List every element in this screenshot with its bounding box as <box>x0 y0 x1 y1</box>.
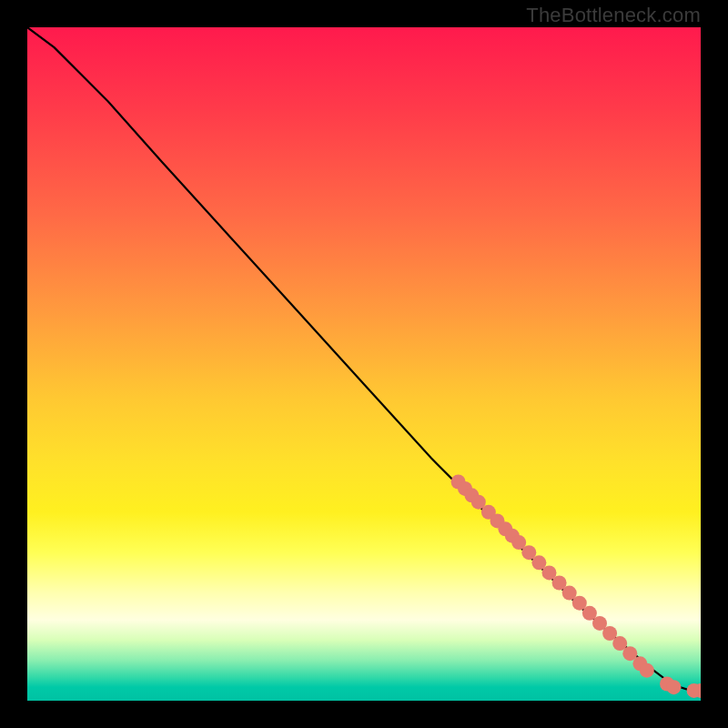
chart-curve <box>27 27 701 691</box>
chart-markers <box>451 475 701 698</box>
chart-svg-overlay <box>27 27 701 701</box>
watermark-text: TheBottleneck.com <box>526 4 701 27</box>
chart-frame: TheBottleneck.com <box>0 0 728 728</box>
chart-marker <box>666 680 681 694</box>
chart-marker <box>640 663 654 678</box>
